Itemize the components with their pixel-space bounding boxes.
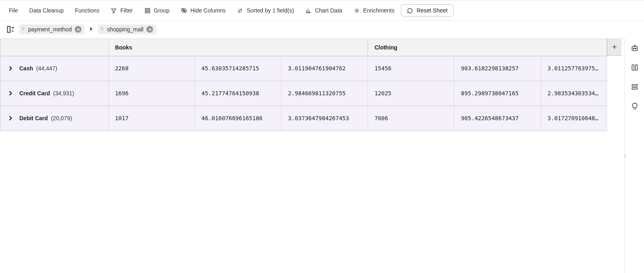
group-chip-payment-method[interactable]: ⠿ payment_method [19, 25, 85, 34]
data-cleanup-label: Data Cleanup [29, 7, 64, 14]
insights-button[interactable] [629, 101, 641, 113]
data-cell[interactable]: 905.4226548673437 [454, 106, 541, 131]
data-cell[interactable]: 46.016076696165186 [195, 106, 281, 131]
columns-panel-button[interactable] [629, 62, 641, 74]
data-cell[interactable]: 45.63035714285715 [195, 56, 281, 81]
rows-icon [631, 83, 639, 92]
svg-point-14 [635, 48, 636, 49]
rowhead-blank [0, 39, 108, 56]
svg-rect-18 [632, 87, 637, 89]
row-header[interactable]: Debit Card (20,079) [0, 106, 108, 131]
hide-columns-label: Hide Columns [190, 7, 226, 14]
svg-rect-17 [632, 84, 637, 86]
row-header[interactable]: Credit Card (34,931) [0, 81, 108, 106]
filter-label: Filter [120, 7, 133, 14]
group-icon [144, 7, 151, 14]
hide-columns-button[interactable]: Hide Columns [176, 5, 231, 16]
reset-sheet-button[interactable]: Reset Sheet [401, 4, 454, 16]
assistant-button[interactable] [629, 43, 641, 55]
reset-sheet-label: Reset Sheet [417, 7, 448, 14]
svg-rect-7 [8, 27, 10, 33]
group-label: Group [154, 7, 169, 14]
row-label: Cash [19, 65, 33, 72]
row-header[interactable]: Cash (44,447) [0, 56, 108, 81]
data-cell[interactable]: 903.6182298138257 [454, 56, 541, 81]
data-cell[interactable]: 45.21774764150938 [195, 81, 281, 106]
expand-row-button[interactable] [7, 115, 14, 121]
data-cell[interactable]: 7006 [368, 106, 454, 131]
svg-rect-12 [632, 46, 637, 50]
remove-chip-button[interactable] [75, 26, 81, 33]
column-group-label: Clothing [374, 44, 397, 51]
pivot-icon[interactable] [6, 25, 15, 34]
filter-icon [111, 7, 117, 14]
row-count: (34,931) [52, 90, 74, 96]
remove-chip-button[interactable] [147, 26, 153, 33]
row-label: Credit Card [19, 90, 50, 96]
add-column-button[interactable]: + [607, 39, 621, 56]
svg-rect-3 [148, 11, 149, 12]
file-label: File [9, 7, 18, 14]
enrichments-label: Enrichments [363, 7, 394, 14]
lightbulb-icon [631, 102, 639, 111]
sort-icon [237, 7, 244, 14]
group-chip-bar: ⠿ payment_method ⠿ shopping_mall [0, 21, 644, 39]
svg-rect-15 [632, 65, 634, 70]
table-row: Credit Card (34,931)169645.2177476415093… [0, 81, 607, 106]
sort-button[interactable]: Sorted by 1 field(s) [232, 5, 299, 16]
table-row: Cash (44,447)226845.630357142857153.0119… [0, 56, 607, 81]
robot-icon [631, 44, 639, 53]
pivot-grid[interactable]: Books Clothing Cash (44,447)226845.63035… [0, 39, 625, 273]
svg-point-13 [633, 48, 634, 49]
group-button[interactable]: Group [139, 5, 174, 16]
svg-rect-16 [635, 65, 637, 70]
expand-row-button[interactable] [7, 65, 14, 72]
svg-rect-1 [148, 8, 149, 10]
data-cell[interactable]: 1696 [108, 81, 195, 106]
column-group-label: Books [115, 44, 132, 51]
chart-data-button[interactable]: Chart Data [300, 5, 347, 16]
column-group-books[interactable]: Books [108, 39, 368, 56]
rows-panel-button[interactable] [629, 81, 641, 93]
chip-label: shopping_mall [107, 26, 143, 33]
data-cell[interactable]: 3.011257763975155 [541, 56, 607, 81]
data-cell[interactable]: 2.984669811320755 [281, 81, 368, 106]
enrichments-button[interactable]: Enrichments [349, 5, 399, 16]
chart-data-label: Chart Data [315, 7, 342, 14]
resize-handle-icon[interactable]: ⠿ [623, 154, 627, 158]
data-cell[interactable]: 1017 [108, 106, 195, 131]
data-cell[interactable]: 3.0373647984267453 [281, 106, 368, 131]
data-cell[interactable]: 3.017270910648016 [541, 106, 607, 131]
functions-menu[interactable]: Functions [70, 5, 104, 16]
chip-label: payment_method [28, 26, 72, 33]
drag-handle-icon: ⠿ [101, 27, 104, 31]
sparkle-icon [353, 7, 360, 14]
data-cell[interactable]: 3.011904761904762 [281, 56, 368, 81]
svg-rect-2 [145, 11, 147, 12]
row-label: Debit Card [19, 115, 48, 121]
svg-rect-0 [145, 8, 147, 10]
drag-handle-icon: ⠿ [22, 27, 25, 31]
functions-label: Functions [75, 7, 99, 14]
column-group-clothing[interactable]: Clothing [368, 39, 607, 56]
file-menu[interactable]: File [4, 5, 23, 16]
eye-off-icon [181, 7, 187, 14]
sort-label: Sorted by 1 field(s) [247, 7, 294, 14]
row-count: (20,079) [50, 115, 72, 121]
data-cell[interactable]: 895.2989738047165 [454, 81, 541, 106]
chart-icon [305, 7, 312, 14]
right-rail: ⠿ [625, 39, 644, 273]
plus-icon: + [612, 43, 617, 52]
data-cleanup-menu[interactable]: Data Cleanup [25, 5, 69, 16]
data-cell[interactable]: 12025 [368, 81, 454, 106]
data-cell[interactable]: 15456 [368, 56, 454, 81]
row-count: (44,447) [35, 65, 57, 72]
toolbar: File Data Cleanup Functions Filter Group… [0, 0, 644, 21]
data-cell[interactable]: 2.9835343035343036 [541, 81, 607, 106]
table-row: Debit Card (20,079)101746.01607669616518… [0, 106, 607, 131]
filter-button[interactable]: Filter [106, 5, 138, 16]
group-chip-shopping-mall[interactable]: ⠿ shopping_mall [98, 25, 156, 34]
data-cell[interactable]: 2268 [108, 56, 195, 81]
expand-row-button[interactable] [7, 90, 14, 96]
columns-icon [631, 64, 639, 73]
